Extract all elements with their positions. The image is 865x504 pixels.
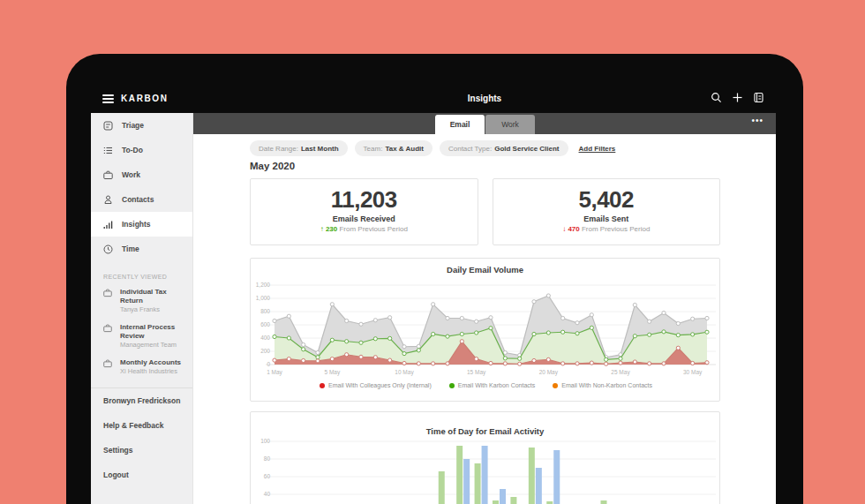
sidebar-item-label: Insights <box>122 220 151 229</box>
svg-text:200: 200 <box>260 348 270 354</box>
app-header: KARBON Insights <box>91 86 776 113</box>
filter-chip-contact-type[interactable]: Contact Type: Gold Service Client <box>440 140 568 156</box>
svg-text:20 May: 20 May <box>539 369 559 376</box>
legend-dot-icon <box>449 383 455 388</box>
stat-card-emails-sent: 5,402 Emails Sent ↓ 470 From Previous Pe… <box>493 178 721 245</box>
sidebar-item-work[interactable]: Work <box>91 162 192 187</box>
sidebar-item-triage[interactable]: Triage <box>91 113 192 138</box>
recently-viewed-header: RECENTLY VIEWED <box>103 274 192 280</box>
insights-icon <box>103 220 113 229</box>
chart-legend: Email With Colleagues Only (Internal)Ema… <box>251 382 721 388</box>
sidebar-item-label: Time <box>122 244 139 253</box>
sidebar-help-feedback[interactable]: Help & Feedback <box>91 413 192 438</box>
filter-chip-date-range[interactable]: Date Range: Last Month <box>250 140 348 156</box>
recent-item-subtitle: Tanya Franks <box>120 305 187 314</box>
sidebar-item-label: Work <box>122 170 140 179</box>
menu-icon[interactable] <box>102 94 114 103</box>
recent-item[interactable]: Monthly Accounts Xi Health Industries <box>91 354 192 380</box>
svg-text:60: 60 <box>264 473 271 479</box>
emails-received-label: Emails Received <box>251 214 478 223</box>
legend-item: Email With Karbon Contacts <box>449 382 536 388</box>
svg-text:15 May: 15 May <box>467 369 486 376</box>
time-icon <box>103 244 113 254</box>
time-of-day-chart: 406080100 <box>251 412 721 504</box>
sidebar-item-insights[interactable]: Insights <box>91 212 192 237</box>
legend-dot-icon <box>320 383 325 388</box>
app-screen: Triage To-Do Work Contacts Insights Time <box>91 113 776 504</box>
period-heading: May 2020 <box>250 161 295 171</box>
legend-item: Email With Non-Karbon Contacts <box>553 382 652 388</box>
svg-text:1 May: 1 May <box>267 369 282 376</box>
legend-dot-icon <box>553 383 558 388</box>
legend-label: Email With Non-Karbon Contacts <box>561 382 652 388</box>
sidebar-item-time[interactable]: Time <box>91 237 192 261</box>
tab-email[interactable]: Email <box>435 115 485 134</box>
search-icon[interactable] <box>710 91 723 104</box>
brand-logo: KARBON <box>121 94 169 103</box>
svg-text:1,000: 1,000 <box>256 295 271 301</box>
time-of-day-card: Time of Day for Email Activity 406080100 <box>250 411 720 504</box>
svg-text:600: 600 <box>260 321 270 327</box>
sidebar-user[interactable]: Bronwyn Fredrickson <box>91 388 192 413</box>
sidebar-item-contacts[interactable]: Contacts <box>91 187 192 212</box>
svg-text:80: 80 <box>264 455 271 462</box>
sidebar-item-label: To-Do <box>122 146 143 154</box>
work-item-icon <box>103 324 112 333</box>
emails-sent-delta: ↓ 470 From Previous Period <box>493 225 720 233</box>
recent-item-title: Individual Tax Return <box>120 288 187 305</box>
down-arrow-icon: ↓ <box>562 225 566 233</box>
svg-text:400: 400 <box>260 335 270 341</box>
recent-item-title: Monthly Accounts <box>120 358 181 367</box>
legend-label: Email With Karbon Contacts <box>458 382 536 388</box>
svg-text:5 May: 5 May <box>324 369 340 376</box>
work-item-icon <box>103 289 112 297</box>
stat-cards: 11,203 Emails Received ↑ 230 From Previo… <box>250 178 720 245</box>
filter-bar: Date Range: Last Month Team: Tax & Audit… <box>250 140 615 156</box>
svg-text:25 May: 25 May <box>611 369 630 376</box>
stat-card-emails-received: 11,203 Emails Received ↑ 230 From Previo… <box>250 178 478 245</box>
work-item-icon <box>103 359 112 368</box>
sidebar-item-label: Contacts <box>122 195 154 204</box>
contacts-icon <box>103 195 113 205</box>
tab-work[interactable]: Work <box>485 115 535 134</box>
insights-tabbar: Email Work ••• <box>193 113 776 134</box>
sidebar-item-label: Triage <box>122 121 144 130</box>
sidebar-item-todo[interactable]: To-Do <box>91 138 192 162</box>
triage-icon <box>103 121 113 131</box>
svg-text:1,200: 1,200 <box>256 282 271 288</box>
up-arrow-icon: ↑ <box>320 225 324 233</box>
notes-icon[interactable] <box>752 91 765 104</box>
svg-text:800: 800 <box>260 308 270 314</box>
legend-label: Email With Colleagues Only (Internal) <box>328 382 432 388</box>
recent-item-subtitle: Management Team <box>120 341 187 350</box>
daily-email-volume-chart: 02004006008001,0001,2001 May5 May10 May1… <box>251 259 721 380</box>
recent-item-title: Internal Process Review <box>120 323 187 341</box>
recent-item[interactable]: Individual Tax Return Tanya Franks <box>91 283 192 319</box>
emails-sent-label: Emails Sent <box>493 214 720 223</box>
more-menu-icon[interactable]: ••• <box>751 116 763 125</box>
daily-email-volume-card: Daily Email Volume 02004006008001,0001,2… <box>250 258 720 402</box>
svg-text:100: 100 <box>260 438 270 444</box>
svg-text:40: 40 <box>264 491 271 497</box>
emails-sent-value: 5,402 <box>493 186 720 213</box>
work-icon <box>103 170 113 180</box>
emails-received-value: 11,203 <box>251 186 478 213</box>
todo-icon <box>103 146 113 155</box>
add-filters-link[interactable]: Add Filters <box>579 145 616 153</box>
filter-chip-team[interactable]: Team: Tax & Audit <box>355 140 432 156</box>
legend-item: Email With Colleagues Only (Internal) <box>320 382 432 388</box>
emails-received-delta: ↑ 230 From Previous Period <box>251 225 478 233</box>
recent-item-subtitle: Xi Health Industries <box>120 367 181 376</box>
main-area: Email Work ••• Date Range: Last Month Te… <box>193 113 776 504</box>
svg-text:30 May: 30 May <box>683 369 703 376</box>
sidebar-settings[interactable]: Settings <box>91 438 192 463</box>
page-title: Insights <box>193 94 776 103</box>
sidebar: Triage To-Do Work Contacts Insights Time <box>91 113 193 504</box>
recent-item[interactable]: Internal Process Review Management Team <box>91 319 192 354</box>
tablet-frame: KARBON Insights Triage To-Do <box>66 54 803 504</box>
add-icon[interactable] <box>731 91 744 104</box>
svg-text:0: 0 <box>267 361 270 367</box>
svg-text:10 May: 10 May <box>395 369 414 376</box>
sidebar-logout[interactable]: Logout <box>91 463 192 487</box>
